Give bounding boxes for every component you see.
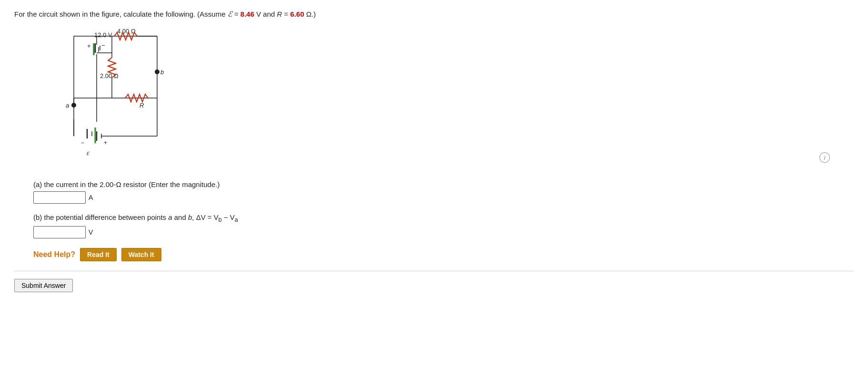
val-e: 8.46 [240, 10, 254, 18]
circuit-diagram: 12.0 V + − 4.00 Ω b 2.00 Ω [33, 27, 186, 169]
submit-button[interactable]: Submit Answer [14, 279, 73, 292]
circuit-svg: 12.0 V + − 4.00 Ω b 2.00 Ω [33, 27, 186, 169]
svg-text:−: − [81, 139, 84, 146]
svg-text:−: − [101, 42, 105, 49]
svg-text:a: a [66, 102, 69, 109]
part-b-label: (b) the potential difference between poi… [33, 213, 854, 223]
watch-it-button[interactable]: Watch It [121, 248, 161, 261]
part-b-section: (b) the potential difference between poi… [33, 213, 854, 238]
part-b-input[interactable] [33, 226, 86, 238]
divider [14, 271, 854, 271]
info-icon[interactable]: i [819, 152, 830, 163]
part-a-unit: A [89, 194, 93, 201]
submit-row: Submit Answer [14, 279, 854, 292]
part-a-input[interactable] [33, 191, 86, 204]
equals1: = [232, 10, 240, 18]
part-b-unit: V [89, 228, 93, 236]
r-label: R [277, 10, 282, 18]
part-a-label: (a) the current in the 2.00-Ω resistor (… [33, 180, 854, 188]
read-it-button[interactable]: Read It [80, 248, 117, 261]
svg-text:b: b [160, 69, 164, 76]
svg-text:ε: ε [87, 149, 90, 157]
svg-text:+: + [87, 42, 91, 49]
equals2: = [282, 10, 290, 18]
part-a-section: (a) the current in the 2.00-Ω resistor (… [33, 180, 854, 204]
script-e: ℰ [228, 10, 232, 18]
need-help-label: Need Help? [33, 250, 75, 259]
problem-statement: For the circuit shown in the figure, cal… [14, 9, 854, 20]
need-help-row: Need Help? Read It Watch It [33, 248, 854, 261]
node-b-dot [155, 69, 160, 74]
val-r: 6.60 [290, 10, 304, 18]
unit-v: V and [254, 10, 277, 18]
svg-text:+: + [104, 139, 107, 146]
svg-text:4.00 Ω: 4.00 Ω [117, 28, 136, 35]
problem-intro: For the circuit shown in the figure, cal… [14, 10, 228, 18]
unit-ohm: Ω.) [304, 10, 316, 18]
svg-text:2.00 Ω: 2.00 Ω [100, 72, 119, 79]
svg-text:R: R [140, 102, 144, 109]
